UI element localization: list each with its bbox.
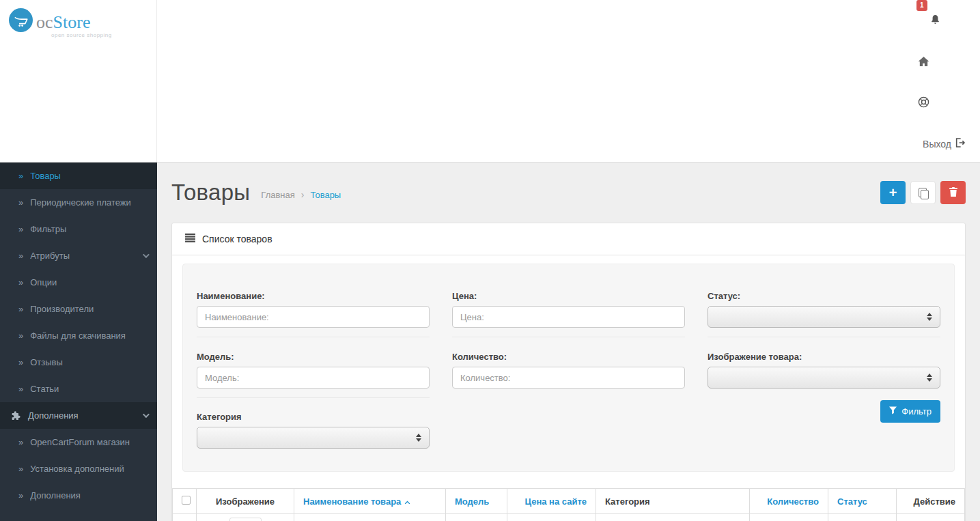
filter-field-status: Статус: [708,276,940,337]
double-angle-right-icon: » [18,384,23,394]
sidebar-item-label: OpenCartForum магазин [30,437,130,447]
column-header-model: Модель [446,489,507,514]
sort-by-status-link[interactable]: Статус [837,496,867,507]
sidebar-item-manufacturers[interactable]: » Производители [0,296,157,322]
logout-label: Выход [923,139,951,150]
brand-tagline: open source shopping [51,33,112,38]
copy-product-button[interactable] [910,181,936,204]
double-angle-right-icon: » [18,330,23,341]
filter-button[interactable]: Фильтр [880,400,940,423]
panel-heading: Список товаров [172,223,965,255]
filter-column-1: Наименование: Модель: Категория [197,276,430,460]
filter-field-name: Наименование: [197,276,430,337]
sidebar-item-label: Фильтры [30,224,66,234]
select-all-cell [173,489,197,514]
main-content: Товары Главная › Товары + [157,163,980,521]
sidebar-item-label: Файлы для скачивания [30,330,126,341]
logout-button[interactable]: Выход [923,137,966,150]
home-button[interactable] [918,56,929,69]
filter-field-quantity: Количество: [452,337,685,397]
home-icon [918,59,929,69]
sidebar-item-label: Периодические платежи [30,197,131,208]
price-input[interactable] [452,306,685,328]
field-label: Изображение товара: [708,352,940,362]
sidebar-item-label: Опции [30,277,57,287]
filter-field-model: Модель: [197,337,430,398]
field-label: Наименование: [197,291,430,301]
sort-by-name-link[interactable]: Наименование товара [303,496,410,507]
add-product-button[interactable]: + [880,181,906,204]
list-icon [185,234,195,244]
double-angle-right-icon: » [18,251,23,261]
filter-column-2: Цена: Количество: [452,276,685,397]
double-angle-right-icon: » [18,224,23,234]
breadcrumb-products-link[interactable]: Товары [310,190,341,200]
filter-column-3: Статус: Изображение товара: [708,276,940,423]
select-arrows-icon [927,374,932,382]
sidebar-item-articles[interactable]: » Статьи [0,376,157,402]
sidebar-item-extensions-list[interactable]: » Дополнения [0,482,157,509]
notification-badge: 1 [916,0,927,11]
status-select[interactable] [708,306,940,328]
notifications-button[interactable]: 1 [929,14,941,28]
table-header-row: Изображение Наименование товара Модель Ц… [173,489,965,514]
filter-field-price: Цена: [452,276,685,337]
plus-icon: + [889,186,897,199]
row-checkbox-cell [173,514,197,521]
column-header-price: Цена на сайте [507,489,596,514]
sidebar-item-reviews[interactable]: » Отзывы [0,349,157,376]
products-table: Изображение Наименование товара Модель Ц… [172,488,965,521]
top-header: ocStore open source shopping 1 [0,0,980,163]
sidebar-item-attributes[interactable]: » Атрибуты [0,242,157,269]
page-actions: + [880,181,966,204]
model-input[interactable] [197,367,430,389]
double-angle-right-icon: » [18,357,23,367]
image-select[interactable] [708,367,940,389]
breadcrumb-separator: › [301,189,305,200]
filter-button-label: Фильтр [901,406,932,417]
page-header: Товары Главная › Товары + [157,163,980,223]
delete-product-button[interactable] [940,181,966,204]
sidebar-item-recurring-payments[interactable]: » Периодические платежи [0,189,157,216]
double-angle-right-icon: » [18,277,23,287]
brand-logo[interactable]: ocStore open source shopping [9,8,156,38]
column-header-quantity: Количество [750,489,828,514]
sidebar-item-label: Дополнения [28,410,79,421]
chevron-down-icon [143,411,150,418]
field-label: Категория [197,412,430,422]
caret-up-icon [404,496,410,507]
sidebar-item-products[interactable]: » Товары [0,163,157,189]
name-input[interactable] [197,306,430,328]
sign-out-icon [955,137,966,150]
sidebar-item-install-extensions[interactable]: » Установка дополнений [0,455,157,482]
double-angle-right-icon: » [18,490,23,501]
filter-field-image: Изображение товара: [708,337,940,397]
app-window: ocStore open source shopping 1 [0,0,980,521]
filter-field-category: Категория [197,398,430,460]
double-angle-right-icon: » [18,197,23,208]
product-list-panel: Список товаров Наименование: Модель: Кат… [171,223,966,521]
sidebar-item-opencartforum-store[interactable]: » OpenCartForum магазин [0,429,157,455]
sidebar-item-filters[interactable]: » Фильтры [0,216,157,242]
breadcrumb-home-link[interactable]: Главная [261,190,294,200]
puzzle-icon [10,410,21,421]
support-button[interactable] [918,96,929,110]
column-header-status: Статус [828,489,897,514]
sidebar-item-options[interactable]: » Опции [0,269,157,296]
table-row [173,514,965,521]
select-all-checkbox[interactable] [182,496,191,505]
category-select[interactable] [197,427,430,449]
sidebar-item-downloads[interactable]: » Файлы для скачивания [0,322,157,349]
field-label: Цена: [452,291,685,301]
sort-by-price-link[interactable]: Цена на сайте [525,496,587,507]
sidebar-item-extensions[interactable]: Дополнения [0,402,157,429]
chevron-down-icon [143,251,150,258]
quantity-input[interactable] [452,367,685,389]
column-header-image: Изображение [197,489,294,514]
sort-by-quantity-link[interactable]: Количество [767,496,819,507]
sidebar-item-label: Атрибуты [30,251,70,261]
bell-icon [929,18,941,28]
filter-form: Наименование: Модель: Категория [182,264,955,472]
panel-title: Список товаров [202,234,272,244]
sort-by-model-link[interactable]: Модель [455,496,489,507]
